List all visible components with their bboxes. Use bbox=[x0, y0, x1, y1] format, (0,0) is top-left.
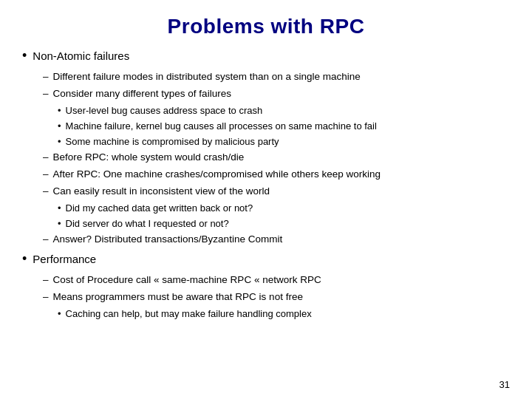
dot-1-3: • bbox=[58, 134, 61, 149]
dot-3-1: • bbox=[58, 307, 61, 321]
dash-text-7: Cost of Procedure call « same-machine RP… bbox=[53, 273, 321, 288]
main-bullet-2: • Performance bbox=[22, 250, 510, 270]
dash-item-7: – Cost of Procedure call « same-machine … bbox=[43, 273, 510, 288]
slide-content: • Non-Atomic failures – Different failur… bbox=[22, 47, 510, 321]
sub-sub-items-2: • Did my cached data get written back or… bbox=[58, 201, 510, 231]
dash-text-8: Means programmers must be aware that RPC… bbox=[53, 290, 303, 305]
dash-5: – bbox=[43, 184, 49, 200]
dash-item-4: – After RPC: One machine crashes/comprom… bbox=[43, 167, 510, 183]
sub-sub-items-3: • Caching can help, but may make failure… bbox=[58, 307, 510, 321]
dash-text-5: Can easily result in inconsistent view o… bbox=[53, 184, 270, 200]
dot-text-2-2: Did server do what I requested or not? bbox=[66, 216, 229, 231]
dot-item-1-2: • Machine failure, kernel bug causes all… bbox=[58, 119, 510, 134]
dot-1-1: • bbox=[58, 103, 61, 118]
dot-item-2-1: • Did my cached data get written back or… bbox=[58, 201, 510, 216]
section-1-sub-items: – Different failure modes in distributed… bbox=[43, 69, 510, 248]
dot-2-2: • bbox=[58, 216, 61, 231]
main-bullet-2-label: Performance bbox=[33, 250, 96, 267]
dash-3: – bbox=[43, 150, 49, 166]
dash-item-5: – Can easily result in inconsistent view… bbox=[43, 184, 510, 200]
dash-text-6: Answer? Distributed transactions/Byzanti… bbox=[53, 232, 283, 248]
section-2-sub-items: – Cost of Procedure call « same-machine … bbox=[43, 273, 510, 321]
main-bullet-1: • Non-Atomic failures bbox=[22, 47, 510, 66]
dash-2: – bbox=[43, 86, 49, 102]
dash-item-8: – Means programmers must be aware that R… bbox=[43, 290, 510, 305]
dot-text-2-1: Did my cached data get written back or n… bbox=[66, 201, 253, 216]
dash-7: – bbox=[43, 273, 49, 288]
dash-text-3: Before RPC: whole system would crash/die bbox=[53, 150, 245, 166]
slide: Problems with RPC • Non-Atomic failures … bbox=[0, 0, 532, 399]
dot-item-1-3: • Some machine is compromised by malicio… bbox=[58, 134, 510, 149]
dash-1: – bbox=[43, 69, 49, 85]
dash-8: – bbox=[43, 290, 49, 305]
dot-item-2-2: • Did server do what I requested or not? bbox=[58, 216, 510, 231]
dot-2-1: • bbox=[58, 201, 61, 216]
dot-text-1-1: User-level bug causes address space to c… bbox=[66, 103, 263, 118]
main-bullet-1-label: Non-Atomic failures bbox=[33, 47, 129, 64]
dash-4: – bbox=[43, 167, 49, 183]
bullet-dot-2: • bbox=[22, 249, 27, 270]
dot-text-1-2: Machine failure, kernel bug causes all p… bbox=[66, 119, 377, 134]
dash-item-3: – Before RPC: whole system would crash/d… bbox=[43, 150, 510, 166]
dash-6: – bbox=[43, 232, 49, 248]
slide-title: Problems with RPC bbox=[22, 15, 510, 38]
page-number: 31 bbox=[499, 379, 510, 390]
dash-item-6: – Answer? Distributed transactions/Byzan… bbox=[43, 232, 510, 248]
dot-item-1-1: • User-level bug causes address space to… bbox=[58, 103, 510, 118]
dot-1-2: • bbox=[58, 119, 61, 134]
dash-text-2: Consider many different types of failure… bbox=[53, 86, 231, 102]
dash-item-2: – Consider many different types of failu… bbox=[43, 86, 510, 102]
bullet-dot-1: • bbox=[22, 46, 27, 66]
dash-text-1: Different failure modes in distributed s… bbox=[53, 69, 361, 85]
dot-item-3-1: • Caching can help, but may make failure… bbox=[58, 307, 510, 321]
dot-text-3-1: Caching can help, but may make failure h… bbox=[66, 307, 312, 321]
dash-text-4: After RPC: One machine crashes/compromis… bbox=[53, 167, 381, 183]
dot-text-1-3: Some machine is compromised by malicious… bbox=[66, 134, 279, 149]
dash-item-1: – Different failure modes in distributed… bbox=[43, 69, 510, 85]
sub-sub-items-1: • User-level bug causes address space to… bbox=[58, 103, 510, 149]
